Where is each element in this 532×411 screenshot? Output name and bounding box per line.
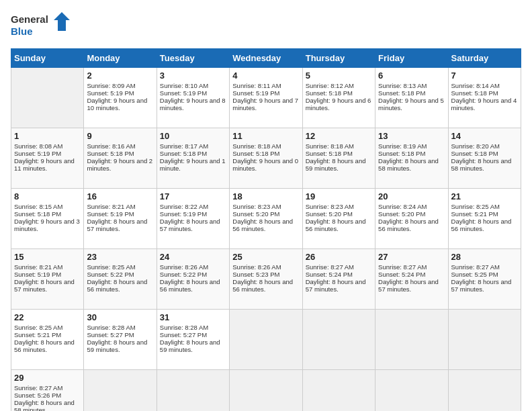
day-number: 27 [378,252,445,262]
day-info: Daylight: 8 hours and 58 minutes. [378,157,445,172]
day-info: Sunset: 5:18 PM [306,89,372,97]
calendar-cell: 11Sunrise: 8:18 AMSunset: 5:18 PMDayligh… [230,128,302,189]
day-number: 18 [232,191,299,201]
svg-text:Blue: Blue [11,26,33,37]
calendar-week-0: 2Sunrise: 8:09 AMSunset: 5:19 PMDaylight… [11,68,521,128]
day-info: Sunrise: 8:15 AM [14,203,81,210]
day-info: Daylight: 8 hours and 56 minutes. [232,278,299,293]
day-info: Sunrise: 8:27 AM [306,263,372,271]
day-number: 13 [378,131,445,141]
day-number: 10 [160,131,226,141]
day-number: 19 [306,191,372,201]
day-info: Daylight: 9 hours and 1 minute. [160,157,226,172]
day-info: Sunrise: 8:21 AM [87,203,153,210]
calendar-week-4: 22Sunrise: 8:25 AMSunset: 5:21 PMDayligh… [11,310,521,370]
day-info: Sunset: 5:18 PM [451,150,518,157]
day-info: Sunset: 5:20 PM [378,210,445,218]
day-info: Sunset: 5:18 PM [160,150,226,157]
day-number: 7 [451,71,518,81]
calendar-cell: 27Sunrise: 8:27 AMSunset: 5:24 PMDayligh… [375,249,448,310]
day-info: Sunrise: 8:14 AM [451,82,518,89]
day-info: Sunset: 5:19 PM [14,271,81,278]
calendar-table: SundayMondayTuesdayWednesdayThursdayFrid… [11,48,521,411]
day-info: Daylight: 8 hours and 58 minutes. [14,399,81,411]
calendar-cell [302,370,375,412]
day-info: Daylight: 9 hours and 3 minutes. [14,218,81,232]
col-header-monday: Monday [84,49,157,68]
day-number: 29 [14,373,81,383]
day-info: Daylight: 8 hours and 57 minutes. [14,278,81,293]
day-info: Daylight: 8 hours and 57 minutes. [87,218,153,232]
logo: General Blue [11,11,71,43]
calendar-cell [302,310,375,370]
day-info: Daylight: 8 hours and 56 minutes. [14,338,81,353]
day-info: Sunset: 5:18 PM [87,150,153,157]
day-info: Sunset: 5:21 PM [451,210,518,218]
day-number: 22 [14,312,81,322]
day-number: 26 [306,252,372,262]
day-info: Sunrise: 8:19 AM [378,142,445,150]
day-info: Sunset: 5:19 PM [87,89,153,97]
day-number: 21 [451,191,518,201]
day-info: Sunrise: 8:25 AM [87,263,153,271]
calendar-cell: 7Sunrise: 8:14 AMSunset: 5:18 PMDaylight… [448,68,521,128]
calendar-cell: 2Sunrise: 8:09 AMSunset: 5:19 PMDaylight… [84,68,157,128]
day-info: Sunset: 5:23 PM [232,271,299,278]
calendar-cell: 20Sunrise: 8:24 AMSunset: 5:20 PMDayligh… [375,189,448,249]
day-info: Sunrise: 8:26 AM [160,263,226,271]
day-info: Sunset: 5:20 PM [232,210,299,218]
day-info: Sunrise: 8:24 AM [378,203,445,210]
day-info: Sunrise: 8:25 AM [14,324,81,331]
day-info: Sunrise: 8:18 AM [306,142,372,150]
day-info: Daylight: 8 hours and 57 minutes. [451,278,518,293]
calendar-cell [375,310,448,370]
calendar-week-5: 29Sunrise: 8:27 AMSunset: 5:26 PMDayligh… [11,370,521,412]
day-info: Sunrise: 8:28 AM [87,324,153,331]
calendar-cell: 12Sunrise: 8:18 AMSunset: 5:18 PMDayligh… [302,128,375,189]
day-info: Daylight: 8 hours and 59 minutes. [306,157,372,172]
day-number: 4 [232,71,299,81]
logo-svg: General Blue [11,11,71,43]
calendar-cell: 6Sunrise: 8:13 AMSunset: 5:18 PMDaylight… [375,68,448,128]
day-info: Sunrise: 8:22 AM [160,203,226,210]
day-number: 2 [87,71,153,81]
calendar-cell [230,370,302,412]
day-info: Daylight: 9 hours and 6 minutes. [306,97,372,111]
day-number: 5 [306,71,372,81]
calendar-cell: 13Sunrise: 8:19 AMSunset: 5:18 PMDayligh… [375,128,448,189]
day-info: Daylight: 8 hours and 56 minutes. [160,278,226,293]
day-info: Sunrise: 8:23 AM [232,203,299,210]
day-number: 31 [160,312,226,322]
day-info: Daylight: 8 hours and 56 minutes. [232,218,299,232]
day-info: Daylight: 9 hours and 7 minutes. [232,97,299,111]
day-info: Sunrise: 8:11 AM [232,82,299,89]
calendar-cell: 9Sunrise: 8:16 AMSunset: 5:18 PMDaylight… [84,128,157,189]
day-number: 15 [14,252,81,262]
day-info: Sunrise: 8:27 AM [378,263,445,271]
day-info: Daylight: 9 hours and 0 minutes. [232,157,299,172]
day-info: Daylight: 8 hours and 56 minutes. [306,218,372,232]
day-info: Sunset: 5:22 PM [87,271,153,278]
day-number: 12 [306,131,372,141]
day-info: Daylight: 9 hours and 4 minutes. [451,97,518,111]
day-number: 24 [160,252,226,262]
page-header: General Blue [11,11,521,43]
day-info: Sunset: 5:18 PM [232,150,299,157]
calendar-week-1: 1Sunrise: 8:08 AMSunset: 5:19 PMDaylight… [11,128,521,189]
day-number: 30 [87,312,153,322]
day-info: Sunrise: 8:23 AM [306,203,372,210]
day-info: Sunset: 5:24 PM [306,271,372,278]
calendar-cell: 16Sunrise: 8:21 AMSunset: 5:19 PMDayligh… [84,189,157,249]
day-info: Sunrise: 8:12 AM [306,82,372,89]
calendar-cell: 14Sunrise: 8:20 AMSunset: 5:18 PMDayligh… [448,128,521,189]
day-info: Sunset: 5:18 PM [378,89,445,97]
day-info: Sunset: 5:19 PM [232,89,299,97]
day-info: Sunrise: 8:08 AM [14,142,81,150]
day-info: Sunset: 5:18 PM [451,89,518,97]
day-number: 1 [14,131,81,141]
day-info: Sunrise: 8:21 AM [14,263,81,271]
calendar-cell: 1Sunrise: 8:08 AMSunset: 5:19 PMDaylight… [11,128,84,189]
day-info: Sunset: 5:27 PM [87,331,153,338]
calendar-cell: 17Sunrise: 8:22 AMSunset: 5:19 PMDayligh… [157,189,229,249]
day-info: Sunset: 5:20 PM [306,210,372,218]
